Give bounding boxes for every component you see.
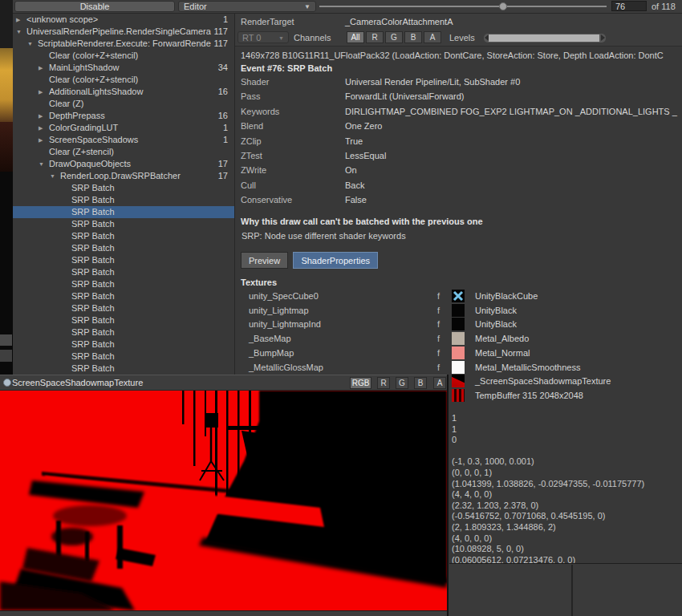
tree-row-label: MainLightShadow — [49, 62, 213, 74]
levels-minmax-slider[interactable] — [484, 34, 606, 43]
preview-channel-button-b[interactable]: B — [414, 377, 427, 389]
disable-button[interactable]: Disable — [14, 1, 175, 12]
tree-row[interactable]: ▶ColorGradingLUT1 — [13, 122, 234, 134]
preview-channel-button-a[interactable]: A — [433, 377, 446, 389]
tree-row[interactable]: SRP Batch — [13, 314, 234, 326]
expand-arrow-icon[interactable]: ▶ — [39, 110, 43, 122]
tree-row[interactable]: SRP Batch — [13, 242, 234, 254]
tree-row[interactable]: SRP Batch — [13, 230, 234, 242]
texture-thumbnail-cube-black-icon[interactable] — [452, 290, 465, 302]
tree-row[interactable]: SRP Batch — [13, 206, 234, 218]
event-tree: ▶<unknown scope>1▼UniversalRenderPipelin… — [13, 14, 234, 375]
texture-property-name: unity_LightmapInd — [249, 319, 321, 329]
texture-row[interactable]: unity_LightmapfUnityBlack — [235, 304, 682, 318]
texture-thumbnail-shadowmap-icon[interactable] — [452, 375, 465, 387]
texture-row[interactable]: unity_SpecCube0fUnityBlackCube — [235, 290, 682, 303]
tree-row[interactable]: SRP Batch — [13, 302, 234, 314]
texture-thumbnail-normal-icon[interactable] — [452, 346, 465, 359]
tree-row[interactable]: ▶ScreenSpaceShadows1 — [13, 134, 234, 146]
preview-channel-button-g[interactable]: G — [396, 377, 408, 389]
frame-total-label: of 118 — [652, 2, 676, 11]
detail-key: Keywords — [241, 107, 279, 116]
detail-row: ZClipTrue — [235, 136, 682, 151]
chevron-down-icon: ▼ — [278, 33, 284, 44]
texture-property-name: unity_SpecCube0 — [249, 291, 319, 301]
frame-number-input[interactable]: 76 — [611, 1, 647, 11]
tree-row[interactable]: ▶AdditionalLightsShadow16 — [13, 86, 234, 98]
tree-row-label: RenderLoop.DrawSRPBatcher — [60, 170, 213, 182]
tree-row-label: SRP Batch — [71, 182, 213, 194]
tree-row-label: Clear (color+Z+stencil) — [49, 50, 213, 62]
tree-row[interactable]: Clear (color+Z+stencil) — [13, 74, 234, 86]
tree-row[interactable]: SRP Batch — [13, 194, 234, 206]
tree-row[interactable]: SRP Batch — [13, 218, 234, 230]
event-title: Event #76: SRP Batch — [241, 63, 332, 73]
texture-thumbnail-black-icon[interactable] — [452, 318, 465, 330]
tree-row[interactable]: Clear (color+Z+stencil) — [13, 50, 234, 62]
texture-row[interactable]: _BaseMapfMetal_Albedo — [235, 332, 682, 346]
texture-thumbnail-tempbuffer-icon[interactable] — [452, 389, 465, 402]
expand-arrow-icon[interactable]: ▶ — [39, 86, 43, 98]
channel-button-all[interactable]: All — [347, 31, 364, 43]
tree-row[interactable]: SRP Batch — [13, 290, 234, 302]
tree-row-label: SRP Batch — [71, 242, 213, 254]
tree-row[interactable]: SRP Batch — [13, 351, 234, 363]
collapse-arrow-icon[interactable]: ▼ — [39, 158, 44, 170]
expand-arrow-icon[interactable]: ▶ — [16, 14, 20, 26]
texture-row[interactable]: unity_LightmapIndfUnityBlack — [235, 318, 682, 331]
preview-channel-button-r[interactable]: R — [377, 377, 390, 389]
bottom-right-panel — [449, 563, 682, 616]
tree-row[interactable]: ▼UniversalRenderPipeline.RenderSingleCam… — [13, 26, 234, 38]
render-target-row: RenderTarget _CameraColorAttachmentA — [235, 14, 682, 30]
frame-slider-handle[interactable] — [499, 2, 507, 10]
tree-row[interactable]: ▶DepthPrepass16 — [13, 110, 234, 122]
backdrop-yellow — [0, 48, 13, 122]
preview-channel-button-rgb[interactable]: RGB — [350, 377, 371, 389]
tree-row[interactable]: SRP Batch — [13, 266, 234, 278]
detail-value: LessEqual — [345, 151, 682, 160]
tree-row-count: 34 — [218, 62, 228, 74]
texture-row[interactable]: _MetallicGlossMapfMetal_MetallicSmoothne… — [235, 361, 682, 375]
editor-dropdown[interactable]: Editor ▼ — [178, 1, 316, 12]
preview-titlebar[interactable]: ScreenSpaceShadowmapTexture RGBRGBA — [0, 375, 447, 391]
texture-thumbnail-black-icon[interactable] — [452, 304, 465, 317]
tree-row[interactable]: ▼ScriptableRenderer.Execute: ForwardRend… — [13, 38, 234, 50]
tab-shaderproperties[interactable]: ShaderProperties — [293, 252, 378, 269]
channel-button-a[interactable]: A — [424, 31, 441, 43]
detail-value: False — [345, 195, 682, 205]
tree-row[interactable]: ▼DrawOpaqueObjects17 — [13, 158, 234, 170]
tree-row[interactable]: SRP Batch — [13, 254, 234, 266]
collapse-arrow-icon[interactable]: ▼ — [16, 26, 22, 38]
channel-button-b[interactable]: B — [404, 31, 422, 43]
rt-index-dropdown[interactable]: RT 0 ▼ — [237, 31, 289, 43]
channel-button-g[interactable]: G — [385, 31, 403, 43]
tree-row[interactable]: SRP Batch — [13, 182, 234, 194]
tree-row[interactable]: Clear (Z) — [13, 98, 234, 110]
levels-slider-right-cap[interactable] — [601, 34, 605, 41]
tree-row-label: SRP Batch — [71, 302, 213, 314]
tree-row[interactable]: Clear (Z+stencil) — [13, 146, 234, 158]
texture-flag: f — [437, 363, 440, 372]
tree-row[interactable]: SRP Batch — [13, 326, 234, 338]
collapse-arrow-icon[interactable]: ▼ — [27, 38, 33, 50]
textures-header: Textures — [241, 278, 277, 287]
texture-row[interactable]: _BumpMapfMetal_Normal — [235, 346, 682, 360]
expand-arrow-icon[interactable]: ▶ — [39, 62, 43, 74]
tree-row[interactable]: ▶<unknown scope>1 — [13, 14, 234, 26]
tree-row[interactable]: SRP Batch — [13, 338, 234, 351]
tree-row[interactable]: SRP Batch — [13, 363, 234, 375]
collapse-arrow-icon[interactable]: ▼ — [50, 170, 55, 182]
detail-key: Cull — [241, 180, 256, 190]
tree-row[interactable]: ▶MainLightShadow34 — [13, 62, 234, 74]
expand-arrow-icon[interactable]: ▶ — [39, 134, 43, 146]
frame-slider[interactable] — [319, 0, 608, 13]
tree-row[interactable]: ▼RenderLoop.DrawSRPBatcher17 — [13, 170, 234, 182]
texture-thumbnail-albedo-icon[interactable] — [452, 332, 465, 345]
tree-row-label: SRP Batch — [71, 254, 213, 266]
backdrop-red — [0, 122, 13, 172]
texture-thumbnail-white-icon[interactable] — [452, 361, 465, 374]
channel-button-r[interactable]: R — [366, 31, 384, 43]
tree-row[interactable]: SRP Batch — [13, 278, 234, 290]
tab-preview[interactable]: Preview — [241, 252, 288, 269]
expand-arrow-icon[interactable]: ▶ — [39, 122, 43, 134]
